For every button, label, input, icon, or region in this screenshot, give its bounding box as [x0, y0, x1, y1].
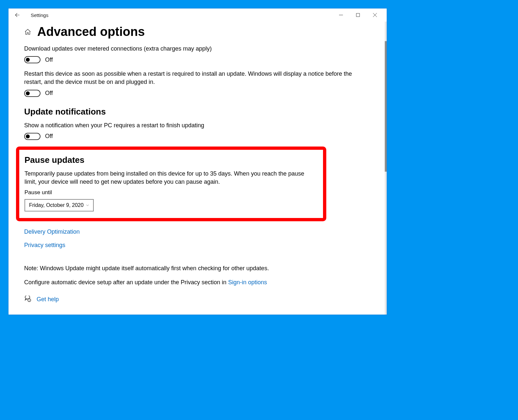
notifications-toggle[interactable]	[24, 133, 40, 140]
page-title: Advanced options	[37, 25, 145, 39]
svg-text:?: ?	[29, 299, 30, 302]
pause-updates-highlight: Pause updates Temporarily pause updates …	[16, 147, 326, 221]
window-controls	[332, 9, 383, 21]
titlebar: Settings	[8, 8, 387, 22]
notifications-desc: Show a notification when your PC require…	[24, 121, 369, 130]
pause-until-dropdown[interactable]: Friday, October 9, 2020	[24, 199, 94, 211]
get-help-link[interactable]: Get help	[37, 296, 59, 303]
configure-text: Configure automatic device setup after a…	[24, 279, 374, 286]
restart-toggle[interactable]	[24, 90, 40, 97]
scrollbar-track[interactable]	[385, 22, 387, 315]
pause-heading: Pause updates	[24, 155, 318, 165]
scrollbar-thumb[interactable]	[385, 41, 387, 172]
restart-desc: Restart this device as soon as possible …	[24, 70, 369, 86]
home-icon[interactable]	[24, 28, 31, 36]
notifications-toggle-label: Off	[45, 133, 53, 140]
svg-rect-1	[356, 13, 360, 17]
delivery-optimization-link[interactable]: Delivery Optimization	[24, 228, 80, 235]
metered-toggle-label: Off	[45, 56, 53, 63]
configure-prefix: Configure automatic device setup after a…	[24, 279, 228, 286]
minimize-button[interactable]	[332, 9, 349, 21]
notifications-heading: Update notifications	[24, 107, 374, 117]
back-button[interactable]	[12, 9, 23, 21]
privacy-settings-link[interactable]: Privacy settings	[24, 242, 65, 249]
settings-window: Settings	[8, 8, 387, 315]
metered-toggle[interactable]	[24, 56, 40, 63]
back-arrow-icon	[14, 12, 20, 18]
windows-update-note: Note: Windows Update might update itself…	[24, 265, 374, 272]
page-header: Advanced options	[24, 25, 374, 39]
close-icon	[373, 13, 377, 17]
metered-desc: Download updates over metered connection…	[24, 45, 369, 53]
pause-until-value: Friday, October 9, 2020	[29, 202, 84, 208]
maximize-button[interactable]	[349, 9, 366, 21]
maximize-icon	[356, 13, 360, 17]
get-help-icon: ?	[24, 296, 31, 303]
close-button[interactable]	[366, 9, 383, 21]
restart-toggle-label: Off	[45, 90, 53, 97]
minimize-icon	[339, 13, 343, 17]
window-title: Settings	[31, 12, 48, 18]
pause-until-label: Pause until	[24, 189, 318, 196]
sign-in-options-link[interactable]: Sign-in options	[228, 279, 267, 286]
pause-desc: Temporarily pause updates from being ins…	[24, 170, 318, 186]
chevron-down-icon	[85, 203, 90, 208]
content-area: Advanced options Download updates over m…	[8, 22, 387, 315]
